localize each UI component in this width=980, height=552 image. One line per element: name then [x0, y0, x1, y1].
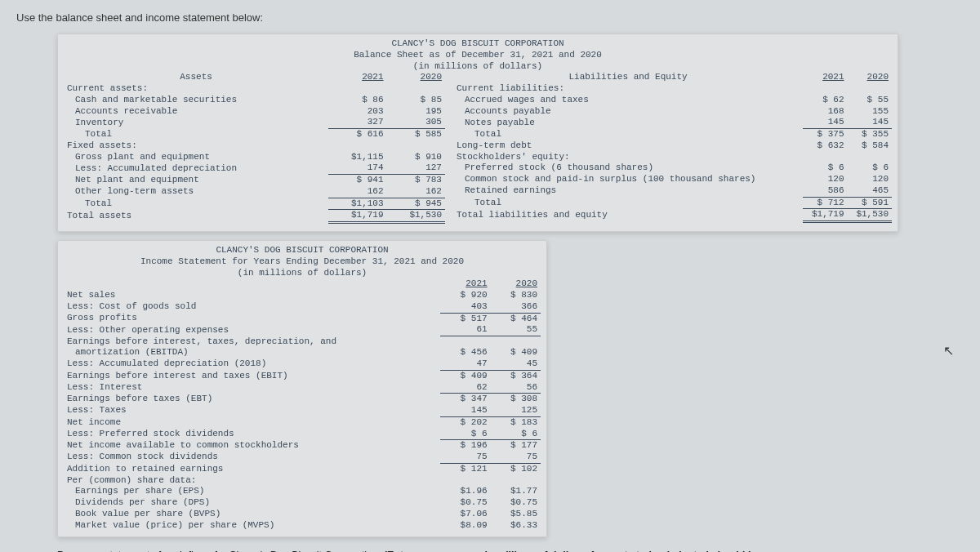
instructions: Prepare a statement of cash flows for Cl…	[57, 549, 776, 552]
int-label: Less: Interest	[64, 382, 440, 394]
bvps-label: Book value per share (BVPS)	[64, 509, 440, 520]
ar-label: Accounts receivable	[64, 106, 328, 118]
tax-2020: 125	[491, 405, 541, 416]
ta-2020: $1,530	[387, 210, 445, 223]
tfa-2020: $ 945	[387, 198, 445, 210]
tfa-2021: $1,103	[328, 198, 386, 210]
tcl-2020: $ 355	[848, 129, 892, 140]
liabilities-table: Liabilities and Equity 2021 2020 Current…	[453, 72, 892, 223]
col-2020: 2020	[387, 72, 445, 83]
is-units: (in millions of dollars)	[64, 268, 541, 279]
dps-label: Dividends per share (DPS)	[64, 497, 440, 509]
tax-2021: 145	[440, 405, 490, 416]
cogs-2021: 403	[440, 301, 490, 313]
are-label: Addition to retained earnings	[64, 463, 440, 474]
cs-2020: 120	[848, 174, 892, 185]
liab-heading: Liabilities and Equity	[453, 72, 803, 83]
ns-label: Net sales	[64, 290, 440, 301]
tax-label: Less: Taxes	[64, 405, 440, 416]
tfa-label: Total	[64, 198, 328, 210]
question-prompt: Use the balance sheet and income stateme…	[16, 8, 964, 27]
inv-2020: 305	[387, 117, 445, 128]
inv-label: Inventory	[64, 117, 328, 128]
cs-2021: 120	[803, 174, 847, 185]
income-statement-panel: CLANCY'S DOG BISCUIT CORPORATION Income …	[57, 240, 547, 537]
cash-label: Cash and marketable securities	[64, 95, 328, 106]
dep-label: Less: Accumulated depreciation (2018)	[64, 358, 440, 370]
psd-label: Less: Preferred stock dividends	[64, 429, 440, 440]
ltd-2020: $ 584	[848, 140, 892, 152]
dps-2020: $0.75	[491, 497, 541, 509]
np-2020: 145	[848, 117, 892, 128]
bvps-2020: $5.85	[491, 509, 541, 520]
ebit-2021: $ 409	[440, 370, 490, 381]
eps-2021: $1.96	[440, 486, 490, 497]
psh-label: Per (common) share data:	[64, 475, 440, 487]
tcl-2021: $ 375	[803, 129, 847, 140]
olt-2020: 162	[387, 186, 445, 198]
olt-2021: 162	[328, 186, 386, 198]
ebt-label: Earnings before taxes (EBT)	[64, 394, 440, 405]
ebit-2020: $ 364	[491, 370, 541, 381]
gpe-label: Gross plant and equipment	[64, 152, 328, 163]
cogs-label: Less: Cost of goods sold	[64, 301, 440, 313]
col-2021-r: 2021	[803, 72, 847, 83]
awt-2020: $ 55	[848, 95, 892, 106]
awt-2021: $ 62	[803, 95, 847, 106]
ebitda-label-1: Earnings before interest, taxes, depreci…	[64, 336, 440, 348]
ebitda-2021: $ 456	[440, 347, 490, 358]
tse-label: Total	[453, 197, 803, 209]
is-title: Income Statement for Years Ending Decemb…	[64, 256, 541, 268]
ta-label: Total assets	[64, 210, 328, 223]
ps-2020: $ 6	[848, 162, 892, 174]
bs-title: Balance Sheet as of December 31, 2021 an…	[64, 50, 892, 61]
csd-2020: 75	[491, 452, 541, 463]
tse-2020: $ 591	[848, 197, 892, 209]
npe-label: Net plant and equipment	[64, 175, 328, 186]
ebitda-2020: $ 409	[491, 347, 541, 358]
tcl-label: Total	[453, 129, 803, 140]
cash-2020: $ 85	[387, 95, 445, 106]
ebitda-label-2: amortization (EBITDA)	[64, 347, 440, 358]
current-liab-label: Current liabilities:	[453, 83, 803, 95]
npe-2021: $ 941	[328, 175, 386, 186]
eps-label: Earnings per share (EPS)	[64, 486, 440, 497]
ni-2021: $ 202	[440, 416, 490, 428]
gpe-2021: $1,115	[328, 152, 386, 163]
gp-2021: $ 517	[440, 313, 490, 324]
assets-heading: Assets	[64, 72, 328, 83]
ooe-2020: 55	[491, 324, 541, 336]
re-2021: 586	[803, 185, 847, 197]
cs-label: Common stock and paid-in surplus (100 th…	[453, 174, 803, 185]
ni-label: Net income	[64, 416, 440, 428]
se-label: Stockholders' equity:	[453, 152, 803, 163]
ltd-label: Long-term debt	[453, 140, 803, 152]
np-label: Notes payable	[453, 117, 803, 128]
mvps-2021: $8.09	[440, 520, 490, 532]
is-col-2021: 2021	[440, 278, 490, 290]
ar-2021: 203	[328, 106, 386, 118]
tle-label: Total liabilities and equity	[453, 209, 803, 222]
ebt-2020: $ 308	[491, 394, 541, 405]
ebt-2021: $ 347	[440, 394, 490, 405]
cash-2021: $ 86	[328, 95, 386, 106]
re-label: Retained earnings	[453, 185, 803, 197]
gpe-2020: $ 910	[387, 152, 445, 163]
tca-2020: $ 585	[387, 129, 445, 140]
niac-2020: $ 177	[491, 440, 541, 452]
are-2021: $ 121	[440, 463, 490, 474]
ltd-2021: $ 632	[803, 140, 847, 152]
ar-2020: 195	[387, 106, 445, 118]
tse-2021: $ 712	[803, 197, 847, 209]
balance-sheet-panel: CLANCY'S DOG BISCUIT CORPORATION Balance…	[57, 33, 898, 232]
re-2020: 465	[848, 185, 892, 197]
ns-2020: $ 830	[491, 290, 541, 301]
ap-2021: 168	[803, 106, 847, 118]
mvps-label: Market value (price) per share (MVPS)	[64, 520, 440, 532]
total-ca-label: Total	[64, 129, 328, 140]
psd-2020: $ 6	[491, 429, 541, 440]
awt-label: Accrued wages and taxes	[453, 95, 803, 106]
is-corp: CLANCY'S DOG BISCUIT CORPORATION	[64, 245, 541, 256]
int-2021: 62	[440, 382, 490, 394]
cogs-2020: 366	[491, 301, 541, 313]
